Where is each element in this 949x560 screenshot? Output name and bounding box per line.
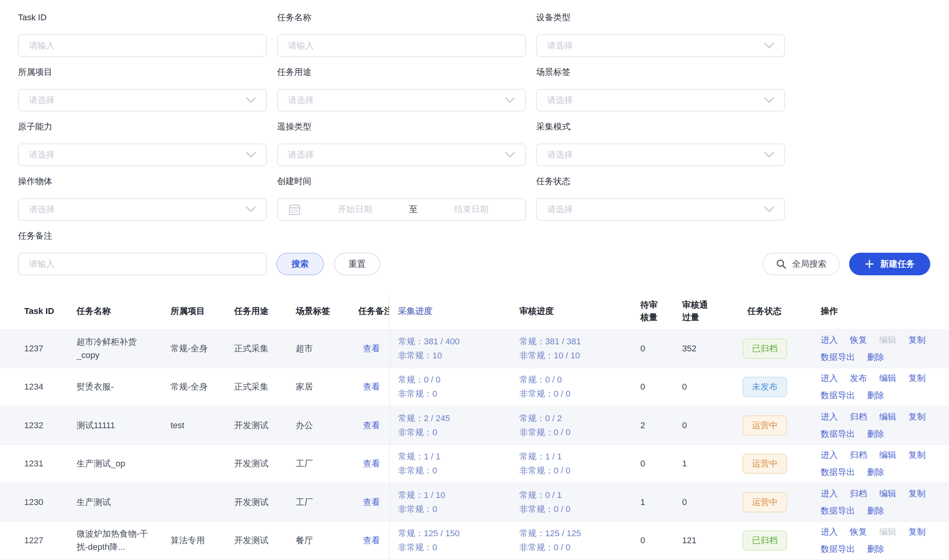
global-search-button[interactable]: 全局搜索 <box>762 253 840 275</box>
action-copy[interactable]: 复制 <box>908 449 926 461</box>
action-archive[interactable]: 归档 <box>850 449 867 461</box>
select-placeholder: 请选择 <box>278 149 314 161</box>
table-header-row: Task ID 任务名称 所属项目 任务用途 场景标签 任务备注 采集进度 审核… <box>0 293 949 330</box>
action-restore[interactable]: 恢复 <box>850 526 867 538</box>
cell-actions: 进入 恢复 编辑 复制 数据导出 删除 <box>818 526 949 555</box>
atomic-ability-select[interactable]: 请选择 <box>18 144 267 166</box>
start-date-placeholder[interactable]: 开始日期 <box>301 204 409 215</box>
action-copy[interactable]: 复制 <box>908 411 926 423</box>
view-remark-link[interactable]: 查看 <box>363 497 380 507</box>
task-purpose-select[interactable]: 请选择 <box>277 89 526 112</box>
action-copy[interactable]: 复制 <box>908 526 926 538</box>
action-edit[interactable]: 编辑 <box>879 372 896 384</box>
chevron-down-icon <box>246 206 256 213</box>
cell-review-progress: 常规：0 / 1非常规：0 / 0 <box>519 488 634 516</box>
teleop-type-select[interactable]: 请选择 <box>277 144 526 166</box>
scene-tag-select[interactable]: 请选择 <box>536 89 785 112</box>
project-select[interactable]: 请选择 <box>18 89 267 112</box>
cell-remark: 查看 <box>358 496 389 508</box>
select-placeholder: 请选择 <box>537 94 573 106</box>
header-review-progress: 审核进度 <box>519 304 634 318</box>
cell-task-id: 1234 <box>0 382 76 392</box>
action-restore[interactable]: 恢复 <box>850 334 867 346</box>
table-row: 1234 熨烫衣服- 常规-全身 正式采集 家居 查看 常规：0 / 0非常规：… <box>0 368 949 407</box>
action-delete[interactable]: 删除 <box>867 428 884 440</box>
header-collect-progress: 采集进度 <box>389 304 519 318</box>
field-scene-tag: 场景标签 请选择 <box>536 66 785 112</box>
select-placeholder: 请选择 <box>278 94 314 106</box>
field-label: 任务用途 <box>277 66 526 78</box>
action-delete[interactable]: 删除 <box>867 390 884 401</box>
create-task-button[interactable]: 新建任务 <box>849 253 930 275</box>
end-date-placeholder[interactable]: 结束日期 <box>418 204 525 215</box>
action-delete[interactable]: 删除 <box>867 351 884 363</box>
action-export[interactable]: 数据导出 <box>821 351 855 363</box>
cell-task-id: 1237 <box>0 344 76 354</box>
field-label: 采集模式 <box>536 121 785 133</box>
cell-remark: 查看 <box>358 381 389 393</box>
task-status-select[interactable]: 请选择 <box>536 198 785 221</box>
action-enter[interactable]: 进入 <box>821 449 838 461</box>
chevron-down-icon <box>764 152 774 158</box>
view-remark-link[interactable]: 查看 <box>363 344 380 353</box>
action-export[interactable]: 数据导出 <box>821 543 855 555</box>
action-export[interactable]: 数据导出 <box>821 428 855 440</box>
cell-approved-count: 352 <box>663 344 726 354</box>
cell-approved-count: 1 <box>663 459 726 469</box>
task-name-input[interactable] <box>278 35 525 56</box>
cell-collect-progress: 常规：1 / 10非常规：0 <box>389 488 519 516</box>
view-remark-link[interactable]: 查看 <box>363 382 380 392</box>
cell-status: 已归档 <box>726 530 818 551</box>
action-enter[interactable]: 进入 <box>821 488 838 500</box>
select-placeholder: 请选择 <box>19 204 55 215</box>
action-enter[interactable]: 进入 <box>821 334 838 346</box>
task-remark-input-wrap <box>18 253 267 275</box>
field-task-id: Task ID <box>18 12 267 57</box>
action-copy[interactable]: 复制 <box>908 334 926 346</box>
view-remark-link[interactable]: 查看 <box>363 459 380 468</box>
action-edit[interactable]: 编辑 <box>879 488 896 500</box>
device-type-select[interactable]: 请选择 <box>536 34 785 57</box>
action-enter[interactable]: 进入 <box>821 411 838 423</box>
view-remark-link[interactable]: 查看 <box>363 535 380 545</box>
reset-button[interactable]: 重置 <box>334 253 380 275</box>
action-archive[interactable]: 归档 <box>850 488 867 500</box>
search-button[interactable]: 搜索 <box>276 253 324 275</box>
chevron-down-icon <box>764 43 774 49</box>
action-edit[interactable]: 编辑 <box>879 449 896 461</box>
header-scene: 场景标签 <box>296 305 358 317</box>
cell-project: 常规-全身 <box>171 342 234 355</box>
chevron-down-icon <box>764 97 774 103</box>
create-time-range-picker[interactable]: 开始日期 至 结束日期 <box>277 198 526 221</box>
cell-status: 运营中 <box>726 454 818 474</box>
action-archive[interactable]: 归档 <box>850 411 867 423</box>
task-id-input[interactable] <box>19 35 266 56</box>
operate-object-select[interactable]: 请选择 <box>18 198 267 221</box>
action-export[interactable]: 数据导出 <box>821 390 855 401</box>
action-copy[interactable]: 复制 <box>908 488 926 500</box>
task-name-input-wrap <box>277 34 526 57</box>
cell-task-id: 1231 <box>0 459 76 469</box>
cell-review-progress: 常规：0 / 2非常规：0 / 0 <box>519 411 634 439</box>
status-badge: 已归档 <box>743 530 787 551</box>
action-delete[interactable]: 删除 <box>867 505 884 517</box>
action-enter[interactable]: 进入 <box>821 372 838 384</box>
action-edit[interactable]: 编辑 <box>879 411 896 423</box>
action-enter[interactable]: 进入 <box>821 526 838 538</box>
action-export[interactable]: 数据导出 <box>821 505 855 517</box>
action-delete[interactable]: 删除 <box>867 466 884 478</box>
collect-mode-select[interactable]: 请选择 <box>536 144 785 166</box>
form-actions-row: 任务备注 搜索 重置 全局搜索 <box>18 230 930 275</box>
header-purpose: 任务用途 <box>234 305 296 317</box>
action-export[interactable]: 数据导出 <box>821 466 855 478</box>
view-remark-link[interactable]: 查看 <box>363 420 380 430</box>
action-delete[interactable]: 删除 <box>867 543 884 555</box>
header-remark: 任务备注 <box>358 305 389 317</box>
status-badge: 运营中 <box>743 454 787 474</box>
cell-actions: 进入 归档 编辑 复制 数据导出 删除 <box>818 488 949 517</box>
field-label: 场景标签 <box>536 66 785 78</box>
action-publish[interactable]: 发布 <box>850 372 867 384</box>
task-remark-input[interactable] <box>19 253 266 275</box>
action-copy[interactable]: 复制 <box>908 372 926 384</box>
cell-actions: 进入 发布 编辑 复制 数据导出 删除 <box>818 372 949 401</box>
